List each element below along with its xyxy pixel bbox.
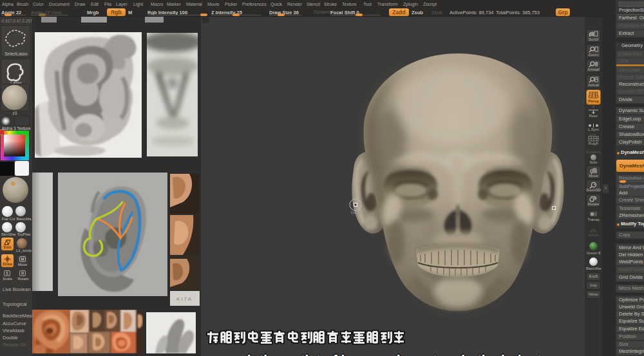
svg-text:Depth: Depth (351, 211, 361, 214)
svg-text:Line Fill: Line Fill (588, 134, 596, 136)
svg-text:KITA: KITA (176, 296, 193, 302)
